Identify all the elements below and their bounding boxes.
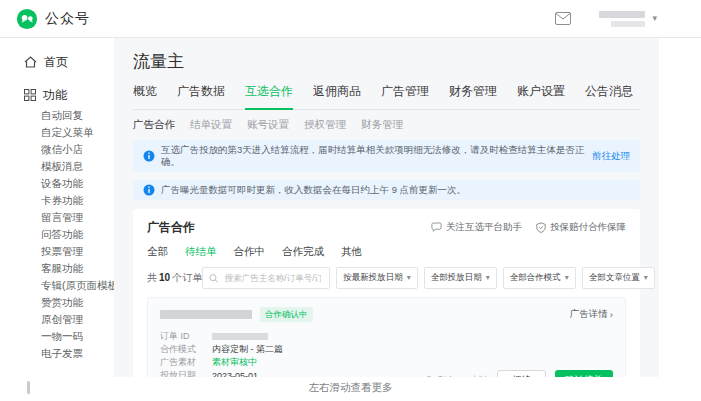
chevron-right-icon: ›	[610, 309, 613, 320]
sidebar-item-album-page-template[interactable]: 专辑(原页面模板)	[0, 277, 114, 294]
subtab-settlement-settings[interactable]: 结单设置	[190, 118, 232, 132]
sidebar-item-qa-feature[interactable]: 问答功能	[0, 226, 114, 243]
sidebar-item-home[interactable]: 首页	[0, 52, 114, 72]
chevron-down-icon: ▾	[565, 274, 569, 282]
sidebar-item-e-invoice[interactable]: 电子发票	[0, 345, 114, 362]
countdown: 剩余 13 小时	[424, 374, 488, 377]
field-value: 2023-05-01	[212, 371, 258, 378]
field-label: 投放日期	[160, 369, 212, 377]
cooperation-mode-filter-dropdown[interactable]: 全部合作模式 ▾	[503, 267, 576, 289]
subtab-authorization-management[interactable]: 授权管理	[304, 118, 346, 132]
sidebar-item-auto-reply[interactable]: 自动回复	[0, 107, 114, 124]
delivery-date-filter-dropdown[interactable]: 全部投放日期 ▾	[424, 267, 497, 289]
field-value: 内容定制 - 第二篇	[212, 343, 283, 356]
sidebar-item-one-item-one-code[interactable]: 一物一码	[0, 328, 114, 345]
sidebar-item-comment-management[interactable]: 留言管理	[0, 209, 114, 226]
date-filter-label: 全部投放日期	[431, 272, 482, 284]
topbar-right: ▾	[555, 11, 657, 27]
tab-mutual-cooperation[interactable]: 互选合作	[245, 83, 293, 110]
sidebar-item-device-feature[interactable]: 设备功能	[0, 175, 114, 192]
filter-cooperating[interactable]: 合作中	[234, 245, 266, 259]
field-label: 订单 ID	[160, 330, 212, 343]
order-header: 合作确认中 广告详情 ›	[160, 307, 613, 322]
sidebar-section-functions[interactable]: 功能	[0, 86, 114, 104]
order-toolbar: 共10个订单 按最新投放日期 ▾	[147, 267, 626, 289]
toolbar-controls: 按最新投放日期 ▾ 全部投放日期 ▾ 全部合作模式 ▾ 全部文章位置	[202, 267, 655, 289]
search-icon	[209, 273, 219, 284]
ad-detail-link[interactable]: 广告详情 ›	[570, 308, 613, 321]
home-icon	[24, 56, 37, 68]
card-header-links: 关注互选平台助手 投保赔付合作保障	[431, 221, 626, 234]
account-menu[interactable]: ▾	[599, 11, 657, 27]
sidebar-function-list: 自动回复 自定义菜单 微信小店 模板消息 设备功能 卡券功能 留言管理 问答功能…	[0, 107, 114, 362]
filter-all[interactable]: 全部	[147, 245, 168, 259]
sidebar-item-reward-feature[interactable]: 赞赏功能	[0, 294, 114, 311]
topbar: 公众号 ▾	[0, 0, 701, 38]
follow-assistant-label: 关注互选平台助手	[446, 221, 522, 234]
tab-account-settings[interactable]: 账户设置	[517, 83, 565, 109]
app-window: 公众号 ▾	[0, 0, 701, 401]
tab-finance-management[interactable]: 财务管理	[449, 83, 497, 109]
guarantee-link[interactable]: 投保赔付合作保障	[536, 221, 626, 234]
accept-order-button[interactable]: 确认接单	[555, 370, 613, 377]
order-search-box	[202, 267, 330, 289]
sidebar-item-template-message[interactable]: 模板消息	[0, 158, 114, 175]
notice-action-link[interactable]: 前往处理	[592, 150, 630, 162]
brand-name: 公众号	[45, 10, 90, 28]
filter-completed[interactable]: 合作完成	[282, 245, 324, 259]
advertiser-name-redacted	[160, 310, 252, 319]
sidebar-section-label: 功能	[43, 87, 67, 104]
order-item: 合作确认中 广告详情 › 订单 ID 合作模式 内容定制	[147, 297, 626, 377]
tab-ad-data[interactable]: 广告数据	[177, 83, 225, 109]
chevron-down-icon: ▾	[486, 274, 490, 282]
swipe-hint: 左右滑动查看更多	[0, 381, 701, 395]
sidebar-item-original-management[interactable]: 原创管理	[0, 311, 114, 328]
ad-cooperation-card: 广告合作 关注互选平台助手	[133, 209, 640, 377]
brand[interactable]: 公众号	[16, 8, 90, 30]
sort-latest-date-dropdown[interactable]: 按最新投放日期 ▾	[336, 267, 418, 289]
field-value-material-status: 素材审核中	[212, 356, 257, 369]
order-id-redacted	[212, 333, 268, 340]
info-icon	[143, 150, 155, 162]
position-filter-label: 全部文章位置	[589, 272, 640, 284]
reject-button[interactable]: 拒绝	[497, 370, 546, 377]
sidebar-item-card-coupon[interactable]: 卡券功能	[0, 192, 114, 209]
ad-detail-label: 广告详情	[570, 308, 608, 321]
tab-ad-management[interactable]: 广告管理	[381, 83, 429, 109]
tab-overview[interactable]: 概览	[133, 83, 157, 109]
subtab-finance-management[interactable]: 财务管理	[361, 118, 403, 132]
sidebar-item-mini-store[interactable]: 微信小店	[0, 141, 114, 158]
chat-bubble-icon	[431, 222, 442, 233]
order-count: 共10个订单	[147, 271, 202, 285]
search-input[interactable]	[223, 272, 323, 284]
subtab-ad-cooperation[interactable]: 广告合作	[133, 118, 175, 132]
order-actions: 剩余 13 小时 拒绝 确认接单	[424, 370, 613, 377]
info-icon	[143, 184, 155, 196]
guarantee-label: 投保赔付合作保障	[550, 221, 626, 234]
order-count-number: 10	[157, 272, 172, 283]
subtab-account-settings[interactable]: 账号设置	[247, 118, 289, 132]
field-label: 广告素材	[160, 356, 212, 369]
sub-tabs: 广告合作 结单设置 账号设置 授权管理 财务管理	[133, 118, 640, 132]
sidebar-item-customer-service[interactable]: 客服功能	[0, 260, 114, 277]
chevron-down-icon: ▾	[644, 274, 648, 282]
sidebar-item-custom-menu[interactable]: 自定义菜单	[0, 124, 114, 141]
filter-other[interactable]: 其他	[341, 245, 362, 259]
article-position-filter-dropdown[interactable]: 全部文章位置 ▾	[582, 267, 655, 289]
order-status-badge: 合作确认中	[260, 307, 313, 322]
field-label: 合作模式	[160, 343, 212, 356]
field-cooperation-mode: 合作模式 内容定制 - 第二篇	[160, 343, 613, 356]
chevron-down-icon: ▾	[652, 14, 657, 23]
sidebar-item-vote-management[interactable]: 投票管理	[0, 243, 114, 260]
notice-text: 广告曝光量数据可即时更新，收入数据会在每日约上午 9 点前更新一次。	[161, 184, 466, 196]
filter-pending-settlement[interactable]: 待结单	[185, 245, 217, 259]
tab-announcements[interactable]: 公告消息	[585, 83, 633, 109]
mail-icon[interactable]	[555, 12, 571, 25]
order-count-suffix: 个订单	[172, 272, 202, 283]
countdown-label: 剩余 13 小时	[437, 374, 488, 377]
clock-icon	[424, 376, 434, 378]
shield-icon	[536, 222, 546, 233]
tab-rebate-products[interactable]: 返佣商品	[313, 83, 361, 109]
follow-assistant-link[interactable]: 关注互选平台助手	[431, 221, 522, 234]
sort-dropdown-label: 按最新投放日期	[343, 272, 403, 284]
